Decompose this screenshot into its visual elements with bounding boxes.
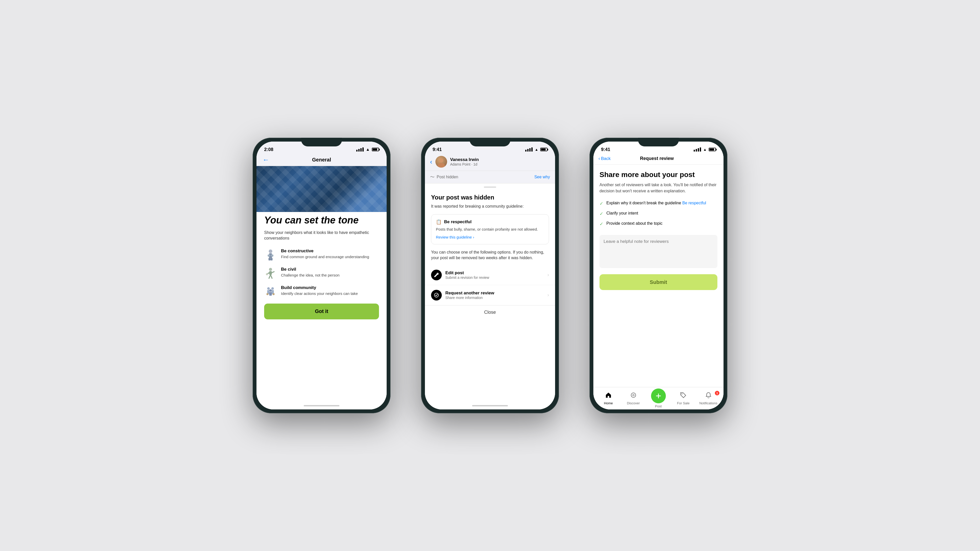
signal-icon-3 [694,148,701,151]
tone-item-community: Build community Identify clear actions y… [264,285,379,298]
request-review-option[interactable]: Request another review Share more inform… [425,285,555,305]
review-description: Another set of reviewers will take a loo… [600,182,718,194]
post-hidden-sheet: Your post was hidden It was reported for… [425,183,555,402]
tone-headline: You can set the tone [264,215,379,226]
user-info: Vanessa Irwin Adams Point · 1d [450,157,479,166]
phone-1-content: 2:08 ▲ ← General [256,141,387,410]
svg-point-11 [266,273,268,275]
for-sale-icon [680,392,687,400]
tab-home[interactable]: Home [600,392,617,405]
svg-point-15 [269,289,272,292]
back-button-1[interactable]: ← [262,156,269,164]
request-review-title: Request another review [445,291,544,295]
for-sale-label: For Sale [677,401,690,405]
status-icons-3: ▲ [694,148,716,151]
image-pattern [256,166,387,212]
hidden-icon: 〜 [430,174,434,180]
home-label: Home [604,401,613,405]
page-title-1: General [312,157,331,163]
constructive-title: Be constructive [281,248,369,254]
user-name: Vanessa Irwin [450,157,479,162]
svg-point-20 [272,293,275,295]
request-review-chevron: › [547,292,549,298]
post-header: ‹ Vanessa Irwin Adams Point · 1d [425,155,555,171]
submit-button[interactable]: Submit [600,274,718,290]
post-hidden-section: Your post was hidden It was reported for… [425,188,555,245]
hidden-text: Post hidden [437,175,458,179]
svg-point-21 [439,159,443,162]
options-description: You can choose one of the following opti… [425,249,555,265]
request-review-icon [431,290,442,300]
notifications-label: Notifications [699,401,718,405]
civil-icon [264,267,277,279]
check-item-3: ✓ Provide context about the topic [600,221,718,227]
user-meta: Adams Point · 1d [450,162,479,166]
note-textarea[interactable] [600,235,718,268]
phone-2-screen: 9:41 ▲ ‹ [425,141,555,410]
tab-notifications[interactable]: 1 Notifications [699,392,718,405]
be-respectful-link[interactable]: Be respectful [682,201,706,205]
request-review-text: Request another review Share more inform… [445,291,544,300]
time-display-2: 9:41 [433,147,442,152]
edit-post-option[interactable]: Edit post Submit a revision for review › [425,265,555,285]
tone-card: You can set the tone Show your neighbors… [256,207,387,402]
community-title: Build community [281,285,358,290]
signal-icon-1 [356,148,364,151]
edit-post-icon [431,270,442,280]
guideline-desc: Posts that bully, shame, or contain prof… [436,227,544,232]
review-heading: Share more about your post [600,171,718,179]
phone-2: 9:41 ▲ ‹ [421,138,559,413]
svg-rect-5 [270,258,272,260]
community-icon [264,285,277,298]
check-text-1: Explain why it doesn't break the guideli… [606,200,706,206]
tab-discover[interactable]: Discover [625,392,642,405]
review-page-title: Request review [611,156,703,161]
tab-post[interactable]: Post [649,389,667,408]
close-button[interactable]: Close [484,310,496,315]
notch-2 [469,138,511,146]
edit-post-title: Edit post [445,270,544,275]
notch-3 [638,138,679,146]
review-header: ‹ Back Request review [593,155,724,165]
phone-1-screen: 2:08 ▲ ← General [256,141,387,410]
signal-icon-2 [525,148,533,151]
post-hidden-title: Your post was hidden [431,194,549,201]
time-display-1: 2:08 [264,147,273,152]
constructive-icon [264,248,277,261]
guideline-icon: 📋 [436,219,442,225]
check-mark-3: ✓ [600,221,603,227]
svg-point-6 [269,268,272,271]
wifi-icon-2: ▲ [535,148,538,151]
back-button-2[interactable]: ‹ [430,158,432,166]
home-indicator-2 [425,402,555,410]
back-label: Back [601,156,611,161]
check-text-2: Clarify your intent [606,210,638,216]
tab-for-sale[interactable]: For Sale [674,392,692,405]
svg-point-22 [438,163,445,168]
check-text-3: Provide context about the topic [606,221,662,226]
constructive-text: Be constructive Find common ground and e… [281,248,369,259]
notch-1 [301,138,342,146]
post-label: Post [655,404,662,408]
time-display-3: 9:41 [601,147,610,152]
review-chevron: › [473,235,474,239]
review-guideline-link[interactable]: Review this guideline › [436,235,474,239]
civil-title: Be civil [281,267,339,272]
check-mark-1: ✓ [600,201,603,206]
svg-rect-4 [269,258,270,260]
back-link[interactable]: ‹ Back [598,156,611,161]
discover-icon [630,392,637,400]
post-button[interactable] [651,389,666,403]
back-chevron: ‹ [598,156,600,161]
svg-point-13 [267,287,270,290]
edit-post-subtitle: Submit a revision for review [445,275,544,279]
guideline-name: Be respectful [444,219,472,224]
home-icon [605,392,612,400]
civil-desc: Challenge the idea, not the person [281,273,339,278]
see-why-link[interactable]: See why [535,175,550,179]
got-it-button[interactable]: Got it [264,303,379,319]
close-row: Close [425,305,555,321]
header-image-1 [256,166,387,212]
status-icons-1: ▲ [356,147,379,152]
edit-post-text: Edit post Submit a revision for review [445,270,544,279]
